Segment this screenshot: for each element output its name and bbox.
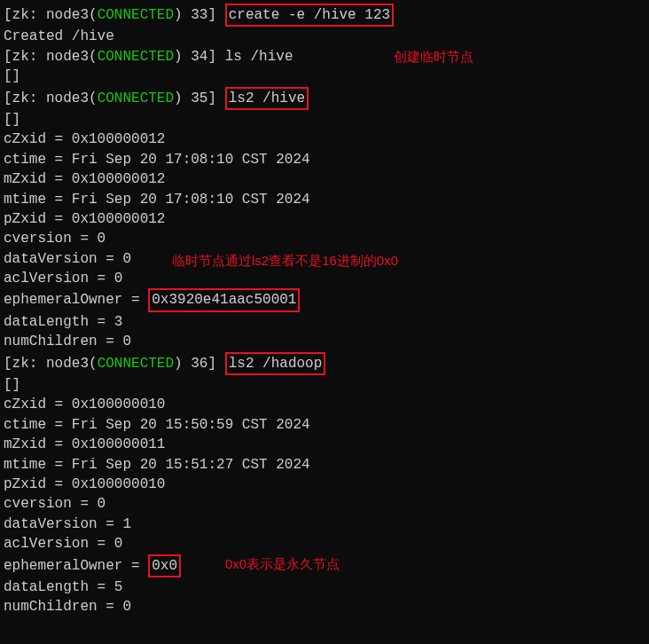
prompt-suffix: ) (174, 7, 191, 23)
prompt-suffix: ) (174, 90, 191, 106)
terminal-output: cZxid = 0x100000010 (4, 395, 645, 414)
annotation-permanent-node: 0x0表示是永久节点 (225, 554, 340, 573)
prompt-prefix: [zk: node3( (4, 49, 98, 65)
annotation-ephemeral-create: 创建临时节点 (394, 47, 473, 66)
terminal-output: cZxid = 0x100000012 (4, 130, 645, 149)
terminal-line: [zk: node3(CONNECTED) 36] ls2 /hadoop (4, 352, 645, 375)
highlighted-command: create -e /hive 123 (225, 4, 394, 27)
terminal-output: Created /hive (4, 27, 645, 46)
terminal-output: dataLength = 3 (4, 312, 645, 332)
prompt-suffix: ) (174, 49, 191, 65)
terminal-output: dataVersion = 1 (4, 514, 645, 534)
prompt-suffix: ) (174, 356, 191, 372)
prompt-prefix: [zk: node3( (4, 7, 98, 23)
terminal-output: aclVersion = 0 (4, 534, 645, 554)
terminal-output: [] (4, 375, 645, 395)
terminal-output: cversion = 0 (4, 494, 645, 514)
terminal-output: ephemeralOwner = 0x00x0表示是永久节点 (4, 554, 645, 577)
output-prefix: ephemeralOwner = (4, 558, 148, 574)
terminal-output: aclVersion = 0 (4, 269, 645, 288)
terminal-output: [] (4, 110, 645, 130)
terminal-output: mtime = Fri Sep 20 15:51:27 CST 2024 (4, 455, 645, 475)
prompt-num: 34] (191, 49, 216, 65)
output-text: dataVersion = 0 (4, 251, 131, 267)
terminal-output: mZxid = 0x100000012 (4, 169, 645, 189)
terminal-output: ephemeralOwner = 0x3920e41aac50001 (4, 288, 645, 311)
terminal-line: [zk: node3(CONNECTED) 35] ls2 /hive (4, 87, 645, 110)
terminal-output: mtime = Fri Sep 20 17:08:10 CST 2024 (4, 190, 645, 209)
status: CONNECTED (98, 7, 174, 23)
terminal-output: pZxid = 0x100000012 (4, 209, 645, 229)
annotation-ephemeral-ls2: 临时节点通过ls2查看不是16进制的0x0 (172, 251, 398, 270)
command: ls /hive (216, 49, 293, 65)
status: CONNECTED (98, 356, 174, 372)
prompt-num: 33] (191, 7, 216, 23)
highlighted-value: 0x0 (148, 554, 181, 577)
prompt-num: 35] (191, 90, 216, 106)
terminal-output: ctime = Fri Sep 20 15:50:59 CST 2024 (4, 415, 645, 435)
terminal-output: dataLength = 5 (4, 577, 645, 597)
highlighted-command: ls2 /hadoop (225, 352, 326, 375)
terminal-output: dataVersion = 0临时节点通过ls2查看不是16进制的0x0 (4, 249, 645, 269)
terminal-line: [zk: node3(CONNECTED) 34] ls /hive创建临时节点 (4, 47, 645, 67)
highlighted-command: ls2 /hive (225, 87, 309, 110)
terminal-output: mZxid = 0x100000011 (4, 435, 645, 454)
output-prefix: ephemeralOwner = (4, 292, 148, 308)
terminal-output: ctime = Fri Sep 20 17:08:10 CST 2024 (4, 150, 645, 169)
prompt-prefix: [zk: node3( (4, 90, 98, 106)
terminal-output: numChildren = 0 (4, 597, 645, 617)
terminal-output: numChildren = 0 (4, 332, 645, 351)
status: CONNECTED (98, 90, 174, 106)
prompt-num: 36] (191, 356, 216, 372)
highlighted-value: 0x3920e41aac50001 (148, 288, 300, 311)
terminal-output: cversion = 0 (4, 229, 645, 248)
prompt-prefix: [zk: node3( (4, 356, 98, 372)
terminal-output: [] (4, 67, 645, 86)
terminal-output: pZxid = 0x100000010 (4, 475, 645, 494)
terminal-line: [zk: node3(CONNECTED) 33] create -e /hiv… (4, 4, 645, 27)
status: CONNECTED (98, 49, 174, 65)
